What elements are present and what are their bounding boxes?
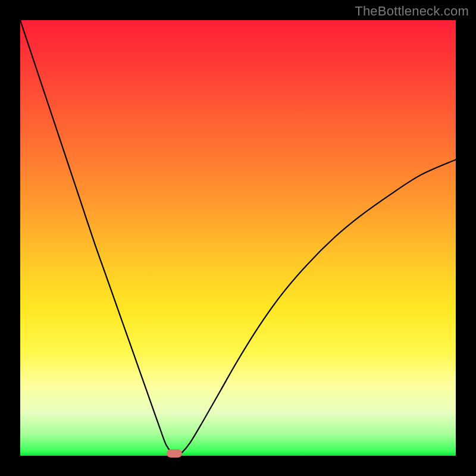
bottleneck-curve <box>20 20 456 456</box>
plot-area <box>20 20 456 456</box>
watermark-text: TheBottleneck.com <box>355 4 469 19</box>
minimum-marker <box>167 449 182 458</box>
chart-frame: TheBottleneck.com <box>0 0 476 476</box>
